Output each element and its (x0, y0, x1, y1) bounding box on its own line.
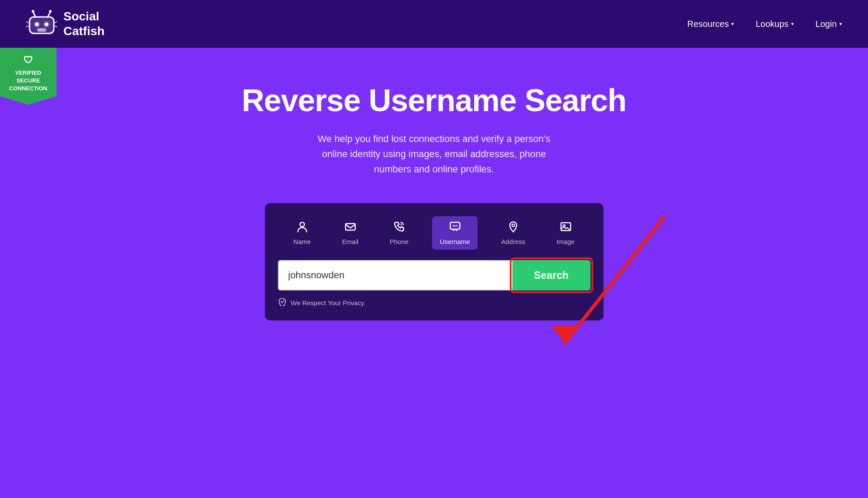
svg-point-20 (456, 225, 457, 226)
search-button[interactable]: Search (512, 260, 591, 290)
address-pin-icon (507, 221, 519, 234)
search-tabs: Name Email (278, 216, 591, 250)
search-input-row: Search (278, 260, 591, 290)
nav-resources[interactable]: Resources ▾ (687, 19, 734, 29)
hero-section: Reverse Username Search We help you find… (0, 48, 868, 498)
search-card: Name Email (265, 203, 604, 320)
username-search-input[interactable] (278, 260, 512, 290)
tab-name[interactable]: Name (286, 216, 319, 250)
tab-phone-label: Phone (390, 238, 409, 245)
svg-point-21 (512, 224, 515, 227)
svg-point-15 (300, 222, 304, 227)
nav-login[interactable]: Login ▾ (815, 19, 842, 29)
svg-point-18 (452, 225, 454, 226)
hero-subtitle: We help you find lost connections and ve… (304, 131, 564, 177)
tab-phone[interactable]: Phone (382, 216, 416, 250)
svg-point-9 (49, 10, 52, 13)
privacy-row: We Respect Your Privacy. (278, 297, 591, 308)
tab-username[interactable]: Username (432, 216, 478, 250)
privacy-text: We Respect Your Privacy. (291, 299, 366, 307)
tab-email-label: Email (342, 238, 359, 245)
tab-email[interactable]: Email (334, 216, 366, 250)
logo-icon (26, 8, 57, 40)
svg-rect-16 (346, 224, 355, 230)
nav-lookups[interactable]: Lookups ▾ (756, 19, 794, 29)
svg-marker-25 (551, 326, 578, 343)
search-button-container: Search (512, 260, 591, 290)
tab-address[interactable]: Address (493, 216, 533, 250)
tab-username-label: Username (440, 238, 470, 245)
svg-point-3 (35, 23, 39, 26)
logo-area[interactable]: Social Catfish (26, 8, 105, 40)
chevron-down-icon: ▾ (791, 21, 794, 27)
tab-image[interactable]: Image (549, 216, 583, 250)
phone-icon (393, 221, 405, 234)
shield-icon: 🛡 (8, 54, 49, 67)
username-chat-icon (449, 221, 461, 234)
privacy-shield-icon (278, 297, 287, 308)
svg-point-5 (45, 23, 48, 26)
tab-address-label: Address (501, 238, 525, 245)
page-title: Reverse Username Search (9, 82, 859, 118)
main-nav: Resources ▾ Lookups ▾ Login ▾ (687, 19, 842, 29)
site-header: Social Catfish Resources ▾ Lookups ▾ Log… (0, 0, 868, 48)
verified-secure-badge: 🛡 VERIFIED SECURE CONNECTION (0, 48, 56, 105)
person-icon (296, 221, 308, 234)
svg-point-7 (32, 10, 34, 13)
svg-rect-10 (37, 28, 46, 32)
tab-name-label: Name (294, 238, 311, 245)
chevron-down-icon: ▾ (839, 21, 842, 27)
email-icon (344, 221, 356, 234)
tab-image-label: Image (557, 238, 575, 245)
chevron-down-icon: ▾ (731, 21, 734, 27)
brand-name: Social Catfish (63, 9, 105, 38)
image-icon (560, 221, 572, 234)
svg-point-19 (454, 225, 455, 226)
